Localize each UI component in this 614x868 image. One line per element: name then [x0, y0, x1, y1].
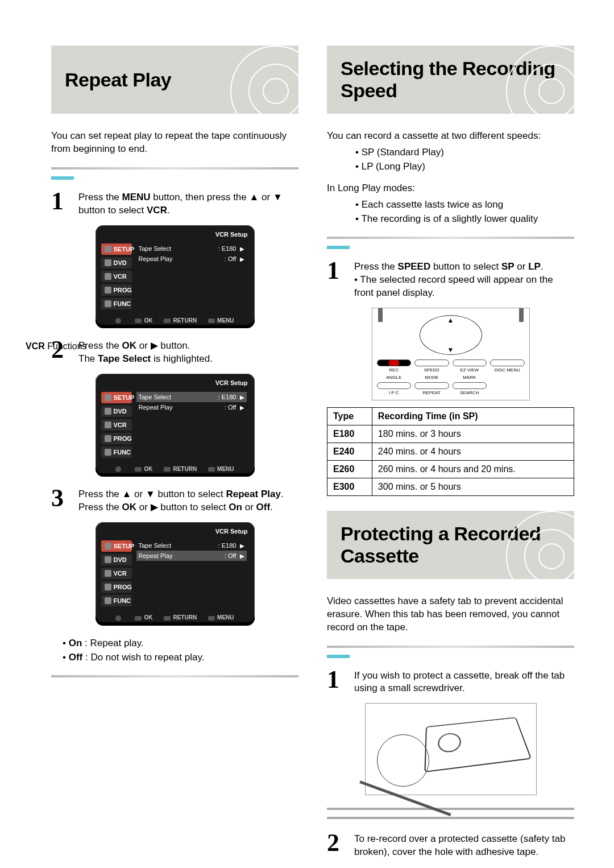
step-2: 2 Press the OK or ▶ button. The Tape Sel… [51, 338, 298, 366]
osd-side-dvd: DVD [101, 257, 132, 268]
osd-side-func: FUNC [101, 298, 132, 309]
osd-side-vcr: VCR [101, 271, 132, 282]
intro-speed: You can record a cassette at two differe… [327, 130, 574, 143]
section-side-tab: VCR Functions [26, 341, 87, 444]
on-off-legend: • On : Repeat play. • Off : Do not wish … [63, 636, 298, 665]
osd-screenshot-3: VCR Setup SETUP DVD VCR PROG FUNC Tape S… [96, 522, 255, 625]
step-number: 3 [51, 487, 72, 514]
move-icon [115, 317, 123, 324]
right-column: Selecting the Recording Speed You can re… [327, 46, 574, 867]
osd-side-setup: SETUP [101, 243, 132, 255]
left-column: Repeat Play You can set repeat play to r… [51, 46, 298, 867]
intro-repeat-play: You can set repeat play to repeat the ta… [51, 130, 298, 156]
osd-side-prog: PROG [101, 284, 132, 296]
recording-time-table: TypeRecording Time (in SP) E180180 mins.… [327, 407, 574, 496]
accent-bar-icon [51, 176, 74, 180]
disc-decoration-icon [230, 46, 298, 114]
protect-step-1: 1 If you wish to protect a cassette, bre… [327, 668, 574, 696]
divider [51, 167, 298, 170]
cassette-icon [424, 717, 532, 772]
title-repeat-play: Repeat Play [51, 46, 298, 114]
osd-screenshot-2: VCR Setup SETUP DVD VCR PROG FUNC Tape S… [96, 374, 255, 477]
title-protecting-cassette: Protecting a Recorded Cassette [327, 511, 574, 579]
osd-screenshot-1: VCR Setup SETUP DVD VCR PROG FUNC Tape S… [96, 225, 255, 328]
disc-icon [105, 259, 111, 266]
intro-protecting: Video cassettes have a safety tab to pre… [327, 595, 574, 634]
gear-icon [105, 246, 111, 253]
magnifier-circle-icon [377, 734, 429, 787]
disc-decoration-icon [506, 511, 574, 579]
up-arrow-icon: ▲ [447, 316, 454, 324]
tape-icon [105, 273, 111, 280]
accent-bar-icon [327, 246, 350, 249]
speed-list: SP (Standard Play) LP (Long Play) [333, 145, 574, 174]
step-1-text: Press the MENU button, then press the ▲ … [78, 190, 298, 217]
protect-step-2: 2 To re-record over a protected cassette… [327, 832, 574, 859]
step-1: 1 Press the MENU button, then press the … [51, 190, 298, 217]
step-number: 1 [51, 190, 72, 217]
disc-decoration-icon [506, 46, 574, 114]
lp-list: Each cassette lasts twice as long The re… [333, 197, 574, 226]
heading-repeat-play: Repeat Play [65, 69, 171, 91]
down-arrow-icon: ▼ [447, 346, 454, 354]
clock-icon [105, 287, 111, 294]
remote-diagram: ▲▼ REC SPEED EZ VIEW DISC MENU ANGLE MOD… [372, 308, 530, 400]
cassette-diagram [365, 703, 537, 795]
step-2-text: Press the OK or ▶ button. The Tape Selec… [78, 338, 213, 366]
lp-intro: In Long Play modes: [327, 182, 574, 195]
step-3: 3 Press the ▲ or ▼ button to select Repe… [51, 487, 298, 514]
speed-step-1: 1 Press the SPEED button to select SP or… [327, 259, 574, 300]
accent-bar-icon [327, 655, 350, 658]
title-recording-speed: Selecting the Recording Speed [327, 46, 574, 114]
grid-icon [105, 300, 111, 307]
step-3-text: Press the ▲ or ▼ button to select Repeat… [78, 487, 284, 514]
